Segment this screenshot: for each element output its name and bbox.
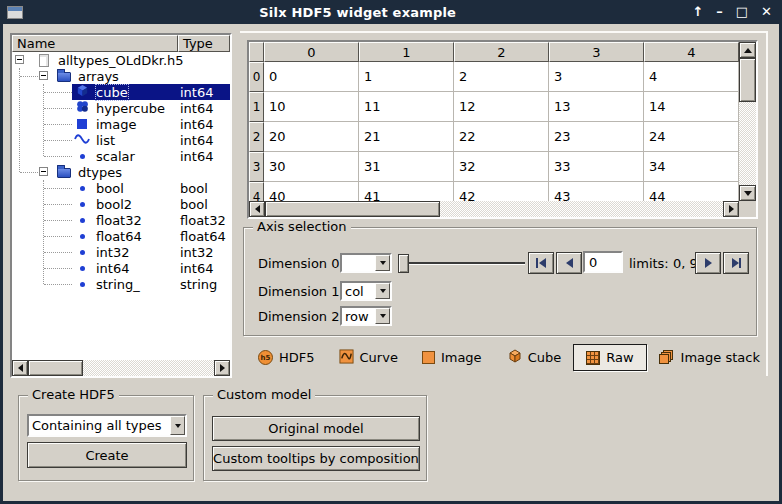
column-header-2[interactable]: 2 xyxy=(454,42,549,62)
dimension-0-combobox[interactable] xyxy=(340,253,392,273)
table-cell[interactable]: 14 xyxy=(644,92,739,122)
tree-item-string_[interactable]: string_string xyxy=(12,276,230,292)
custom-tooltips-button[interactable]: Custom tooltips by composition xyxy=(212,446,420,471)
table-cell[interactable]: 21 xyxy=(359,122,454,152)
table-cell[interactable]: 24 xyxy=(644,122,739,152)
dimension-2-combobox[interactable]: row xyxy=(340,306,392,326)
scroll-left-icon[interactable] xyxy=(249,201,265,217)
row-header-2[interactable]: 2 xyxy=(249,122,264,152)
table-cell[interactable]: 41 xyxy=(359,182,454,201)
tab-image-stack[interactable]: Image stack xyxy=(647,344,772,371)
tree-header: Name Type xyxy=(12,35,230,52)
minimize-button[interactable]: – xyxy=(716,2,723,22)
tab-cube[interactable]: Cube xyxy=(494,344,574,371)
slider-track[interactable] xyxy=(398,262,525,264)
first-frame-button[interactable] xyxy=(528,252,554,274)
previous-frame-button[interactable] xyxy=(556,252,582,274)
tree-item-cube[interactable]: cubeint64 xyxy=(12,84,230,100)
tree-item-scalar[interactable]: scalarint64 xyxy=(12,148,230,164)
scrollbar-trough[interactable] xyxy=(83,360,214,376)
table-cell[interactable]: 40 xyxy=(264,182,359,201)
table-cell[interactable]: 11 xyxy=(359,92,454,122)
chevron-down-icon[interactable] xyxy=(170,416,185,435)
tree-item-bool2[interactable]: bool2bool xyxy=(12,196,230,212)
scroll-down-icon[interactable] xyxy=(739,185,756,201)
frame-index-input[interactable]: 0 xyxy=(583,251,623,273)
collapse-expander-icon[interactable] xyxy=(39,167,48,176)
chevron-down-icon[interactable] xyxy=(375,255,390,271)
tree-item-int32[interactable]: int32int32 xyxy=(12,244,230,260)
table-cell[interactable]: 13 xyxy=(549,92,644,122)
table-cell[interactable]: 31 xyxy=(359,152,454,182)
scroll-right-icon[interactable] xyxy=(723,201,739,217)
collapse-expander-icon[interactable] xyxy=(39,71,48,80)
scrollbar-trough[interactable] xyxy=(440,201,723,217)
row-header-4[interactable]: 4 xyxy=(249,182,264,201)
row-header-3[interactable]: 3 xyxy=(249,152,264,182)
table-cell[interactable]: 3 xyxy=(549,62,644,92)
table-cell[interactable]: 1 xyxy=(359,62,454,92)
shade-button[interactable]: ↑ xyxy=(692,2,703,22)
last-frame-button[interactable] xyxy=(723,252,749,274)
table-cell[interactable]: 22 xyxy=(454,122,549,152)
tab-image[interactable]: Image xyxy=(410,344,494,371)
tree-column-type[interactable]: Type xyxy=(178,35,230,52)
table-cell[interactable]: 34 xyxy=(644,152,739,182)
row-header-1[interactable]: 1 xyxy=(249,92,264,122)
table-cell[interactable]: 32 xyxy=(454,152,549,182)
tree-item-hypercube[interactable]: hypercubeint64 xyxy=(12,100,230,116)
tree-item-list[interactable]: listint64 xyxy=(12,132,230,148)
table-cell[interactable]: 23 xyxy=(549,122,644,152)
maximize-button[interactable]: □ xyxy=(736,2,748,22)
collapse-expander-icon[interactable] xyxy=(15,55,24,64)
tree-item-image[interactable]: imageint64 xyxy=(12,116,230,132)
table-cell[interactable]: 10 xyxy=(264,92,359,122)
table-cell[interactable]: 43 xyxy=(549,182,644,201)
close-button[interactable]: ✕ xyxy=(761,2,772,22)
column-header-3[interactable]: 3 xyxy=(549,42,644,62)
row-header-0[interactable]: 0 xyxy=(249,62,264,92)
scrollbar-thumb[interactable] xyxy=(265,201,440,217)
dimension-0-slider[interactable] xyxy=(398,254,525,273)
tree-item-float32[interactable]: float32float32 xyxy=(12,212,230,228)
tree-item-int64[interactable]: int64int64 xyxy=(12,260,230,276)
table-cell[interactable]: 2 xyxy=(454,62,549,92)
scroll-right-icon[interactable] xyxy=(214,360,230,376)
scrollbar-trough[interactable] xyxy=(739,102,756,185)
tree-item-bool[interactable]: boolbool xyxy=(12,180,230,196)
tab-hdf5[interactable]: h5HDF5 xyxy=(246,344,327,371)
tree-item-float64[interactable]: float64float64 xyxy=(12,228,230,244)
table-cell[interactable]: 42 xyxy=(454,182,549,201)
scroll-up-icon[interactable] xyxy=(739,42,756,58)
table-cell[interactable]: 4 xyxy=(644,62,739,92)
dimension-1-combobox[interactable]: col xyxy=(340,281,392,301)
slider-handle[interactable] xyxy=(398,254,409,273)
table-corner-cell[interactable] xyxy=(249,42,264,62)
original-model-button[interactable]: Original model xyxy=(212,416,420,441)
scrollbar-thumb[interactable] xyxy=(739,58,756,102)
table-cell[interactable]: 20 xyxy=(264,122,359,152)
tree-column-name[interactable]: Name xyxy=(12,35,178,52)
tree-item-arrays[interactable]: arrays xyxy=(12,68,230,84)
skip-first-icon xyxy=(534,256,548,270)
scroll-left-icon[interactable] xyxy=(12,360,28,376)
table-cell[interactable]: 0 xyxy=(264,62,359,92)
column-header-4[interactable]: 4 xyxy=(644,42,739,62)
table-cell[interactable]: 44 xyxy=(644,182,739,201)
chevron-down-icon[interactable] xyxy=(375,283,390,299)
table-cell[interactable]: 12 xyxy=(454,92,549,122)
tree-item-dtypes[interactable]: dtypes xyxy=(12,164,230,180)
table-cell[interactable]: 30 xyxy=(264,152,359,182)
tree-item-alltypes_OLdDkr.h5[interactable]: alltypes_OLdDkr.h5 xyxy=(12,52,230,68)
file-type-combobox[interactable]: Containing all types xyxy=(27,414,187,437)
column-header-1[interactable]: 1 xyxy=(359,42,454,62)
create-button[interactable]: Create xyxy=(27,442,187,468)
next-frame-button[interactable] xyxy=(695,252,721,274)
tree-rows: alltypes_OLdDkr.h5arrayscubeint64hypercu… xyxy=(12,52,230,360)
chevron-down-icon[interactable] xyxy=(375,308,390,324)
table-cell[interactable]: 33 xyxy=(549,152,644,182)
tab-raw[interactable]: Raw xyxy=(573,344,646,371)
column-header-0[interactable]: 0 xyxy=(264,42,359,62)
scrollbar-thumb[interactable] xyxy=(28,360,83,376)
tab-curve[interactable]: Curve xyxy=(327,344,410,371)
